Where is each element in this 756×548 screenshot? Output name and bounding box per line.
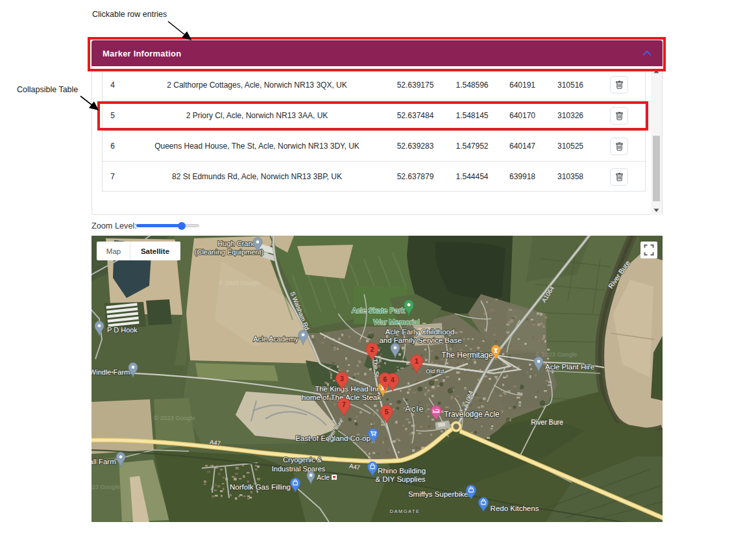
svg-text:Acle Skate Park: Acle Skate Park xyxy=(352,306,405,314)
svg-text:© 2023 Google: © 2023 Google xyxy=(535,351,577,358)
svg-text:Cryogenic &: Cryogenic & xyxy=(283,456,323,464)
svg-text:The Hermitage: The Hermitage xyxy=(441,351,493,360)
svg-text:Acle Early Childhood: Acle Early Childhood xyxy=(385,328,455,336)
svg-text:Acle Academy: Acle Academy xyxy=(253,335,299,343)
svg-text:3: 3 xyxy=(340,375,344,382)
svg-text:Satellite: Satellite xyxy=(141,247,169,255)
svg-text:5: 5 xyxy=(385,408,389,416)
svg-text:River Bure: River Bure xyxy=(531,418,563,426)
svg-text:1: 1 xyxy=(415,357,419,365)
svg-text:Acle Plant Hire: Acle Plant Hire xyxy=(545,363,594,371)
svg-text:© 2023 Google: © 2023 Google xyxy=(91,483,120,490)
svg-text:and Family Service Base: and Family Service Base xyxy=(379,336,461,344)
svg-text:War Memorial: War Memorial xyxy=(373,318,419,326)
svg-text:Acle: Acle xyxy=(405,404,424,414)
svg-text:P D Hook: P D Hook xyxy=(107,326,138,334)
svg-text:© 2023 Google: © 2023 Google xyxy=(219,279,260,286)
svg-text:The Kings Head Inn: The Kings Head Inn xyxy=(315,385,381,393)
svg-text:© 2023 Google: © 2023 Google xyxy=(154,414,195,421)
svg-text:6: 6 xyxy=(383,375,387,383)
svg-text:Old Rd: Old Rd xyxy=(426,368,444,375)
svg-text:Map: Map xyxy=(106,247,121,255)
svg-text:Norfolk Gas Filling: Norfolk Gas Filling xyxy=(230,483,291,491)
svg-text:Hugh Crane: Hugh Crane xyxy=(217,240,256,247)
svg-text:A47: A47 xyxy=(209,438,221,447)
svg-text:Travelodge Acle: Travelodge Acle xyxy=(444,410,500,419)
svg-text:Smiffys Superbikes: Smiffys Superbikes xyxy=(408,490,472,498)
svg-text:all Farm: all Farm xyxy=(91,458,116,466)
svg-text:Acle: Acle xyxy=(317,474,330,481)
svg-text:& DIY Supplies: & DIY Supplies xyxy=(375,475,425,483)
svg-text:Industrial Spares: Industrial Spares xyxy=(272,465,326,473)
svg-text:DAMGATE: DAMGATE xyxy=(389,508,420,514)
svg-text:Windle Farm: Windle Farm xyxy=(91,368,130,376)
svg-text:Rhino Building: Rhino Building xyxy=(378,467,426,475)
svg-text:2: 2 xyxy=(371,345,374,353)
svg-text:(Cleaning Equipment): (Cleaning Equipment) xyxy=(195,248,263,256)
svg-text:Redo Kitchens: Redo Kitchens xyxy=(491,504,539,512)
svg-text:7: 7 xyxy=(342,401,346,408)
